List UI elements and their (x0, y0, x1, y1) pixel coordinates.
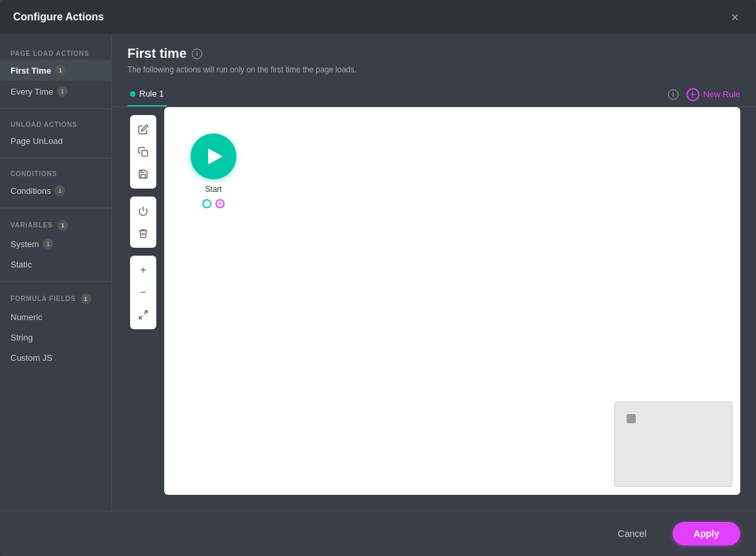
conditions-badge: 1 (55, 185, 65, 196)
main-content: First time i The following actions will … (112, 34, 756, 511)
modal-footer: Cancel Apply (0, 511, 756, 556)
modal-header: Configure Actions × (0, 0, 756, 34)
tab-dot (130, 91, 135, 97)
play-icon (208, 149, 223, 164)
numeric-label: Numeric (11, 312, 42, 322)
tab-info-icon[interactable]: i (668, 89, 678, 100)
every-time-badge: 1 (57, 86, 68, 97)
static-label: Static (11, 260, 32, 269)
start-node-label: Start (205, 185, 221, 194)
sidebar: PAGE LOAD ACTIONS First Time 1 Every Tim… (0, 34, 112, 511)
toolbar-group-top (130, 115, 156, 189)
sidebar-item-static[interactable]: Static (0, 254, 111, 275)
system-label: System (11, 239, 39, 249)
modal-body: PAGE LOAD ACTIONS First Time 1 Every Tim… (0, 34, 756, 511)
formula-badge: 1 (81, 294, 91, 304)
svg-line-2 (144, 311, 147, 314)
sidebar-item-string[interactable]: String (0, 327, 111, 348)
unload-section-label: UNLOAD ACTIONS (0, 116, 111, 131)
canvas-wrapper: + − (112, 107, 756, 511)
cancel-button[interactable]: Cancel (602, 522, 663, 545)
zoom-in-button[interactable]: + (132, 260, 154, 281)
sidebar-item-page-unload[interactable]: Page UnLoad (0, 131, 111, 151)
every-time-label: Every Time (11, 87, 53, 97)
sidebar-divider-2 (0, 158, 111, 158)
copy-tool-button[interactable] (132, 141, 154, 162)
start-node: Start + (190, 133, 236, 208)
node-add-dot[interactable]: + (215, 199, 225, 208)
string-label: String (11, 333, 33, 342)
content-title-text: First time (127, 46, 187, 61)
toolbar-group-bottom (130, 197, 156, 248)
tab-rule1[interactable]: Rule 1 (127, 82, 167, 106)
sidebar-item-conditions[interactable]: Conditions 1 (0, 180, 111, 201)
system-badge: 1 (43, 239, 53, 249)
node-controls: + (202, 199, 225, 208)
variables-badge: 1 (58, 220, 68, 231)
close-button[interactable]: × (727, 9, 743, 25)
content-header: First time i The following actions will … (112, 34, 756, 82)
edit-tool-button[interactable] (132, 119, 154, 140)
configure-actions-modal: Configure Actions × PAGE LOAD ACTIONS Fi… (0, 0, 756, 556)
sidebar-item-first-time[interactable]: First Time 1 (0, 60, 111, 81)
tabs-row: Rule 1 i + New Rule (112, 82, 756, 107)
canvas-toolbar: + − (127, 107, 159, 495)
svg-line-3 (139, 315, 143, 319)
svg-rect-0 (142, 151, 148, 156)
content-title-info-icon[interactable]: i (192, 49, 202, 59)
node-output-dot[interactable] (202, 199, 211, 208)
save-tool-button[interactable] (132, 164, 154, 185)
new-rule-plus-icon: + (686, 88, 700, 101)
zoom-out-button[interactable]: − (132, 282, 154, 303)
delete-tool-button[interactable] (132, 223, 154, 244)
sidebar-item-system[interactable]: System 1 (0, 233, 111, 254)
sidebar-divider-1 (0, 108, 111, 109)
toolbar-group-zoom: + − (130, 256, 156, 329)
mini-map-node (627, 414, 636, 423)
start-node-circle[interactable] (190, 133, 236, 179)
sidebar-item-custom-js[interactable]: Custom JS (0, 348, 111, 368)
tab-label: Rule 1 (139, 89, 164, 99)
apply-button[interactable]: Apply (673, 522, 740, 545)
variables-section-label: VARIABLES 1 (0, 215, 111, 233)
conditions-section-label: CONDITIONS (0, 165, 111, 180)
mini-map (614, 402, 732, 487)
new-rule-button[interactable]: + New Rule (686, 83, 740, 106)
sidebar-divider-3 (0, 208, 111, 208)
sidebar-item-every-time[interactable]: Every Time 1 (0, 81, 111, 102)
formula-section-label: FORMULA FIELDS 1 (0, 289, 111, 307)
power-tool-button[interactable] (132, 200, 154, 221)
first-time-badge: 1 (55, 65, 66, 76)
content-title-row: First time i (127, 46, 740, 61)
page-load-section-label: PAGE LOAD ACTIONS (0, 45, 111, 60)
modal-title: Configure Actions (13, 11, 104, 23)
custom-js-label: Custom JS (11, 353, 53, 363)
sidebar-item-numeric[interactable]: Numeric (0, 307, 111, 327)
new-rule-label: New Rule (703, 89, 740, 99)
first-time-label: First Time (11, 66, 51, 76)
canvas-area: Start + (164, 107, 740, 495)
page-unload-label: Page UnLoad (11, 136, 63, 146)
content-subtitle: The following actions will run only on t… (127, 65, 740, 74)
conditions-label: Conditions (11, 186, 51, 196)
fit-button[interactable] (132, 304, 154, 325)
sidebar-divider-4 (0, 281, 111, 282)
